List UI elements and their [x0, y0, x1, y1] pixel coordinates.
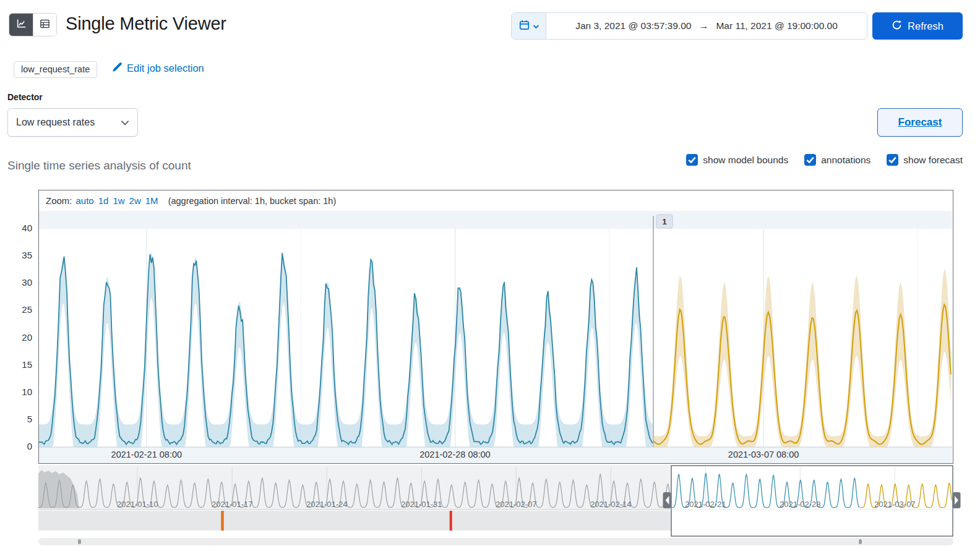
- zoom-link-1M[interactable]: 1M: [145, 195, 158, 206]
- date-range: Jan 3, 2021 @ 03:57:39.00 → Mar 11, 2021…: [546, 13, 867, 39]
- model-bounds-area: [39, 252, 653, 447]
- end-date-button[interactable]: Mar 11, 2021 @ 19:00:00.00: [716, 20, 837, 32]
- refresh-icon: [892, 20, 902, 33]
- y-axis-tick-label: 25: [0, 304, 32, 315]
- context-tick-label: 2021-01-17: [212, 500, 253, 509]
- forecast-button[interactable]: Forecast: [877, 108, 963, 137]
- checkbox-annotations[interactable]: annotations: [804, 154, 870, 166]
- context-tick-label: 2021-01-31: [401, 500, 442, 509]
- aggregation-info: (aggregation interval: 1h, bucket span: …: [168, 196, 337, 206]
- zoom-links: auto1d1w2w1M: [76, 195, 158, 206]
- main-timeseries-chart: 12021-02-21 08:002021-02-28 08:002021-03…: [39, 211, 952, 463]
- section-heading: Single time series analysis of count: [7, 159, 191, 173]
- chart-top-strip: [39, 211, 952, 229]
- context-tick-label: 2021-01-24: [306, 500, 348, 509]
- job-badge: low_request_rate: [14, 61, 97, 78]
- annotation-marker-orange[interactable]: [221, 511, 224, 531]
- annotation-badge-label: 1: [662, 217, 667, 226]
- edit-job-selection-label: Edit job selection: [127, 62, 204, 74]
- pencil-icon: [111, 62, 122, 75]
- actual-series-line: [39, 253, 653, 445]
- context-tick-label: 2021-02-21: [685, 500, 726, 509]
- zoom-link-1d[interactable]: 1d: [98, 195, 109, 206]
- start-date-button[interactable]: Jan 3, 2021 @ 03:57:39.00: [575, 20, 691, 32]
- context-tick-label: 2021-03-07: [874, 500, 916, 509]
- detector-selected-value: Low request rates: [16, 117, 95, 128]
- y-axis-tick-label: 15: [0, 359, 32, 370]
- table-view-button[interactable]: [33, 14, 56, 36]
- edit-job-selection-link[interactable]: Edit job selection: [111, 62, 204, 75]
- refresh-button[interactable]: Refresh: [872, 12, 963, 40]
- y-axis-tick-label: 5: [0, 414, 32, 424]
- calendar-icon: [518, 19, 530, 33]
- y-axis-tick-label: 0: [0, 441, 32, 451]
- navigator-scrollbar[interactable]: [38, 538, 953, 545]
- zoom-label: Zoom:: [46, 195, 72, 206]
- checkbox-label: show model bounds: [703, 155, 788, 166]
- annotations-swimlane: [38, 511, 671, 531]
- context-tick-label: 2021-01-10: [117, 500, 158, 509]
- x-tick-label: 2021-02-28 08:00: [419, 450, 491, 459]
- y-axis-tick-label: 20: [0, 332, 32, 343]
- y-axis-tick-label: 30: [0, 277, 32, 288]
- scrollbar-handle-right[interactable]: [859, 539, 862, 544]
- checkmark-icon: [887, 154, 898, 166]
- context-tick-label: 2021-02-14: [590, 500, 632, 509]
- y-axis-tick-label: 10: [0, 386, 32, 397]
- y-axis-tick-label: 40: [0, 223, 32, 233]
- date-range-arrow: →: [698, 20, 708, 32]
- checkbox-show-forecast[interactable]: show forecast: [887, 154, 963, 166]
- forecast-series-line: [653, 305, 951, 445]
- date-picker-quick-menu-button[interactable]: [512, 13, 546, 39]
- x-tick-label: 2021-03-07 08:00: [728, 450, 799, 459]
- single-metric-viewer-page: Single Metric Viewer Jan 3, 2021 @ 03:57…: [0, 0, 980, 559]
- checkmark-icon: [804, 154, 816, 166]
- x-tick-label: 2021-02-21 08:00: [111, 450, 183, 459]
- checkbox-label: annotations: [821, 155, 870, 166]
- date-picker: Jan 3, 2021 @ 03:57:39.00 → Mar 11, 2021…: [511, 12, 867, 40]
- main-chart-container: Zoom: auto1d1w2w1M (aggregation interval…: [38, 190, 953, 464]
- zoom-link-auto[interactable]: auto: [76, 195, 94, 206]
- checkbox-show-model-bounds[interactable]: show model bounds: [686, 154, 788, 166]
- chart-option-toggles: show model boundsannotationsshow forecas…: [686, 154, 963, 166]
- annotation-marker-red[interactable]: [450, 511, 452, 531]
- context-navigator-chart: 2021-01-102021-01-172021-01-242021-01-31…: [38, 465, 953, 537]
- page-title: Single Metric Viewer: [66, 14, 226, 34]
- refresh-button-label: Refresh: [908, 20, 943, 32]
- zoom-link-1w[interactable]: 1w: [113, 195, 124, 206]
- zoom-controls: Zoom: auto1d1w2w1M (aggregation interval…: [39, 190, 953, 211]
- detector-select[interactable]: Low request rates: [7, 108, 138, 137]
- chart-view-button[interactable]: [9, 14, 33, 36]
- chevron-down-icon: [121, 117, 129, 128]
- scrollbar-handle-left[interactable]: [78, 539, 81, 544]
- y-axis-tick-label: 35: [0, 250, 32, 260]
- table-icon: [40, 19, 50, 31]
- detector-label: Detector: [7, 92, 43, 102]
- chevron-down-icon: [533, 20, 539, 32]
- line-chart-icon: [16, 19, 27, 31]
- context-tick-label: 2021-02-28: [780, 500, 821, 509]
- context-tick-label: 2021-02-07: [496, 500, 537, 509]
- checkbox-label: show forecast: [903, 155, 963, 166]
- zoom-link-2w[interactable]: 2w: [129, 195, 141, 206]
- checkmark-icon: [686, 154, 698, 166]
- view-toggle-group: [9, 13, 57, 36]
